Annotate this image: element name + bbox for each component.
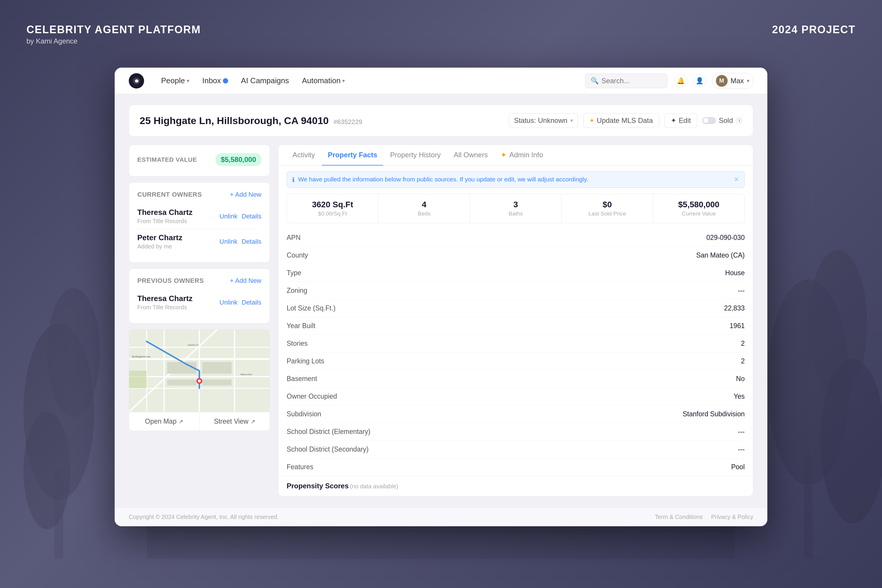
app-footer: Copyright © 2024 Celebrity Agent, Inc. A… bbox=[115, 507, 767, 526]
fact-row-2: Type House bbox=[286, 264, 745, 282]
street-view-icon: ↗ bbox=[251, 418, 255, 425]
info-banner-text: We have pulled the information below fro… bbox=[298, 176, 588, 183]
tab-all-owners[interactable]: All Owners bbox=[448, 145, 494, 165]
navbar-actions: 🔔 👤 M Max ▾ bbox=[674, 73, 753, 89]
fact-value-6: 2 bbox=[741, 340, 745, 348]
update-mls-label: Update MLS Data bbox=[597, 116, 653, 124]
stat-baths-value: 3 bbox=[476, 200, 555, 209]
owner-0-name: Theresa Chartz bbox=[137, 208, 193, 217]
fact-label-4: Lot Size (Sq.Ft.) bbox=[286, 304, 336, 312]
svg-point-30 bbox=[198, 380, 201, 382]
tab-admin-info[interactable]: ✦ Admin Info bbox=[495, 145, 549, 165]
status-dropdown[interactable]: Status: Unknown ▾ bbox=[509, 113, 578, 128]
fact-label-8: Basement bbox=[286, 375, 317, 383]
edit-icon: ✦ bbox=[670, 116, 676, 124]
fact-value-0: 029-090-030 bbox=[706, 234, 745, 242]
edit-button[interactable]: ✦ Edit bbox=[664, 113, 697, 128]
estimated-value-label: ESTIMATED VALUE bbox=[137, 156, 197, 163]
fact-row-4: Lot Size (Sq.Ft.) 22,833 bbox=[286, 300, 745, 317]
nav-automation[interactable]: Automation ▾ bbox=[297, 73, 351, 88]
street-view-button[interactable]: Street View ↗ bbox=[200, 412, 270, 431]
svg-rect-26 bbox=[167, 380, 196, 386]
current-owner-1: Peter Chartz Added by me Unlink Details bbox=[137, 229, 261, 254]
footer-terms-link[interactable]: Term & Conditions bbox=[655, 514, 703, 520]
user-chevron-icon: ▾ bbox=[747, 78, 749, 84]
property-address-block: 25 Highgate Ln, Hillsborough, CA 94010 #… bbox=[140, 115, 362, 126]
fact-value-12: --- bbox=[738, 446, 745, 453]
propensity-sub: (no data available) bbox=[350, 483, 398, 489]
property-id: #6352229 bbox=[333, 118, 362, 126]
owner-1-name: Peter Chartz bbox=[137, 233, 182, 242]
footer-privacy-link[interactable]: Privacy & Policy bbox=[711, 514, 753, 520]
fact-label-2: Type bbox=[286, 269, 302, 277]
owner-0-details[interactable]: Details bbox=[242, 213, 261, 220]
owner-0-unlink[interactable]: Unlink bbox=[220, 213, 237, 220]
main-content: 25 Highgate Ln, Hillsborough, CA 94010 #… bbox=[115, 94, 767, 507]
fact-value-1: San Mateo (CA) bbox=[696, 251, 745, 259]
owner-1-unlink[interactable]: Unlink bbox=[220, 238, 237, 246]
brand-top-right: 2024 PROJECT bbox=[772, 24, 855, 36]
fact-value-8: No bbox=[736, 375, 745, 383]
user-icon: 👤 bbox=[696, 77, 704, 85]
owner-1-sub: Added by me bbox=[137, 243, 182, 250]
update-mls-button[interactable]: ✦ Update MLS Data bbox=[583, 113, 659, 128]
stat-sqft-sub: $0.00/Sq.Ft bbox=[293, 210, 372, 217]
search-input[interactable] bbox=[602, 77, 662, 85]
notifications-button[interactable]: 🔔 bbox=[674, 74, 687, 87]
tab-property-history[interactable]: Property History bbox=[384, 145, 447, 165]
tab-activity[interactable]: Activity bbox=[286, 145, 321, 165]
sold-toggle: Sold ℹ bbox=[702, 116, 742, 124]
stat-beds-sub: Beds bbox=[384, 210, 464, 217]
street-view-label: Street View bbox=[214, 417, 248, 425]
estimated-value-amount: $5,580,000 bbox=[216, 153, 261, 166]
fact-row-8: Basement No bbox=[286, 370, 745, 388]
stat-baths: 3 Baths bbox=[470, 194, 561, 223]
fact-label-1: County bbox=[286, 251, 308, 259]
tab-property-facts[interactable]: Property Facts bbox=[322, 145, 383, 165]
fact-value-7: 2 bbox=[741, 357, 745, 365]
add-current-owner-button[interactable]: + Add New bbox=[230, 191, 261, 198]
nav-people[interactable]: People ▾ bbox=[156, 73, 195, 88]
app-logo[interactable] bbox=[129, 73, 144, 88]
people-chevron-icon: ▾ bbox=[187, 78, 189, 84]
svg-point-7 bbox=[820, 358, 882, 524]
add-previous-owner-button[interactable]: + Add New bbox=[230, 277, 261, 285]
info-banner: ℹ We have pulled the information below f… bbox=[286, 171, 745, 188]
automation-chevron-icon: ▾ bbox=[342, 78, 345, 84]
navbar-nav: People ▾ Inbox AI Campaigns Automation ▾ bbox=[156, 73, 585, 88]
left-sidebar: ESTIMATED VALUE $5,580,000 CURRENT OWNER… bbox=[129, 145, 270, 496]
fact-label-5: Year Built bbox=[286, 322, 315, 330]
fact-value-3: --- bbox=[738, 286, 745, 295]
prev-owner-0-sub: From Title Records bbox=[137, 304, 193, 311]
map-actions: Open Map ↗ Street View ↗ bbox=[129, 412, 270, 431]
open-map-button[interactable]: Open Map ↗ bbox=[129, 412, 200, 431]
fact-label-7: Parking Lots bbox=[286, 357, 324, 365]
property-header-right: Status: Unknown ▾ ✦ Update MLS Data ✦ Ed… bbox=[509, 113, 742, 128]
fact-row-9: Owner Occupied Yes bbox=[286, 388, 745, 405]
fact-row-5: Year Built 1961 bbox=[286, 317, 745, 335]
info-banner-close-button[interactable]: ✕ bbox=[734, 176, 739, 183]
sold-info-icon[interactable]: ℹ bbox=[736, 117, 742, 124]
owner-0-sub: From Title Records bbox=[137, 218, 193, 225]
svg-text:Burlingame Ave: Burlingame Ave bbox=[132, 355, 150, 358]
prev-owner-0-actions: Unlink Details bbox=[220, 299, 261, 306]
prev-owner-0-details[interactable]: Details bbox=[242, 299, 261, 306]
edit-label: Edit bbox=[679, 116, 691, 124]
svg-rect-6 bbox=[804, 456, 813, 559]
user-menu-button[interactable]: M Max ▾ bbox=[712, 73, 753, 89]
fact-label-3: Zoning bbox=[286, 286, 307, 295]
nav-inbox[interactable]: Inbox bbox=[197, 73, 233, 88]
fact-value-13: Pool bbox=[731, 463, 745, 471]
nav-ai-campaigns[interactable]: AI Campaigns bbox=[236, 73, 294, 88]
stats-row: 3620 Sq.Ft $0.00/Sq.Ft 4 Beds 3 Baths $0… bbox=[286, 194, 745, 223]
spark-icon: ✦ bbox=[590, 117, 594, 124]
fact-label-13: Features bbox=[286, 463, 314, 471]
sold-toggle-switch[interactable] bbox=[702, 117, 716, 124]
user-search-button[interactable]: 👤 bbox=[693, 74, 706, 87]
property-address: 25 Highgate Ln, Hillsborough, CA 94010 bbox=[140, 115, 329, 126]
fact-row-1: County San Mateo (CA) bbox=[286, 247, 745, 264]
navbar-search[interactable]: 🔍 bbox=[585, 74, 668, 88]
prev-owner-0-unlink[interactable]: Unlink bbox=[220, 299, 237, 306]
stat-sqft: 3620 Sq.Ft $0.00/Sq.Ft bbox=[287, 194, 378, 223]
owner-1-details[interactable]: Details bbox=[242, 238, 261, 246]
